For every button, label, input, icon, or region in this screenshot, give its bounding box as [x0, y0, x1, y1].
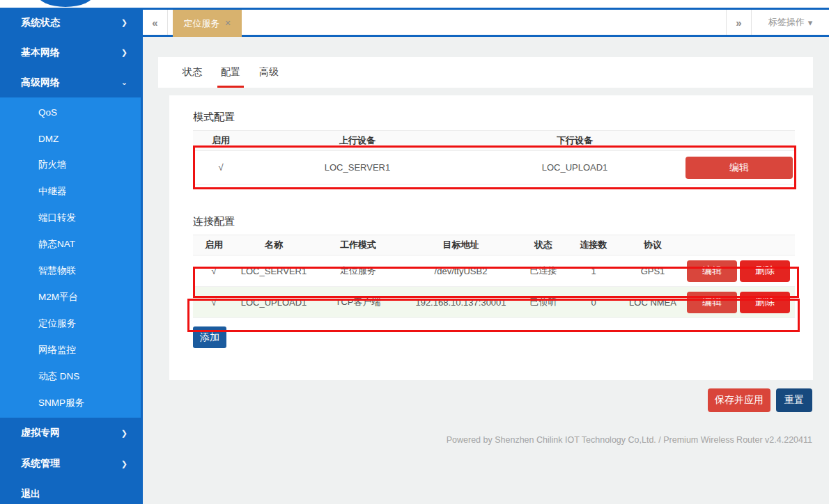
sidebar-item-m2m-platform[interactable]: M2M平台: [0, 284, 141, 310]
tab-status[interactable]: 状态: [183, 57, 202, 88]
tab-label: 配置: [221, 66, 240, 79]
col-count: 连接数: [568, 239, 619, 251]
add-button[interactable]: 添加: [193, 326, 226, 348]
mode-value: 定位服务: [313, 265, 403, 277]
edit-button[interactable]: 编辑: [687, 292, 737, 313]
sidebar-item-label: 虚拟专网: [21, 427, 121, 439]
tab-location-service[interactable]: 定位服务 ✕: [173, 10, 242, 37]
sidebar-item-port-forwarding[interactable]: 端口转发: [0, 205, 141, 231]
count-value: 0: [568, 297, 619, 308]
tab-label: 定位服务: [183, 17, 219, 30]
save-apply-button[interactable]: 保存并应用: [708, 388, 770, 412]
col-enabled: 启用: [193, 239, 235, 251]
proto-value: LOC NMEA: [619, 297, 687, 308]
sidebar-item-system-status[interactable]: 系统状态 ❯: [0, 8, 143, 38]
col-enabled: 启用: [193, 134, 249, 147]
upstream-value: LOC_SERVER1: [249, 162, 466, 173]
table-row: √ LOC_SERVER1 LOC_UPLOAD1 编辑: [193, 151, 795, 184]
addr-value: /dev/ttyUSB2: [403, 266, 518, 276]
sidebar-item-label: 高级网络: [21, 77, 121, 89]
double-chevron-right-icon: »: [736, 17, 741, 29]
active-tab-underline: [217, 86, 244, 88]
sidebar-bottom-group: 虚拟专网 ❯ 系统管理 ❯ 退出: [0, 418, 143, 504]
sidebar-item-network-monitor[interactable]: 网络监控: [0, 337, 141, 363]
sidebar-item-dmz[interactable]: DMZ: [0, 125, 141, 152]
mode-value: TCP客户端: [313, 296, 403, 308]
delete-button[interactable]: 删除: [740, 292, 790, 313]
main-panel: 模式配置 启用 上行设备 下行设备 √ LOC_SERVER1 LOC_UPLO…: [169, 95, 813, 380]
enabled-checkmark: √: [193, 297, 235, 308]
sidebar-item-firewall[interactable]: 防火墙: [0, 152, 141, 178]
sidebar-item-vpn[interactable]: 虚拟专网 ❯: [0, 418, 143, 448]
sidebar-item-repeater[interactable]: 中继器: [0, 178, 141, 205]
table-header-row: 启用 名称 工作模式 目标地址 状态 连接数 协议: [193, 235, 795, 255]
sidebar-item-label: 系统管理: [21, 457, 121, 470]
sidebar-item-logout[interactable]: 退出: [0, 479, 143, 504]
top-strip: [0, 0, 829, 8]
table-header-row: 启用 上行设备 下行设备: [193, 130, 795, 151]
tab-spacer: [242, 10, 726, 35]
close-icon[interactable]: ✕: [224, 19, 231, 28]
conn-config-title: 连接配置: [193, 215, 813, 228]
sidebar-item-static-nat[interactable]: 静态NAT: [0, 231, 141, 258]
col-downstream: 下行设备: [466, 134, 683, 147]
scroll-tabs-right-button[interactable]: »: [726, 10, 751, 35]
sidebar-item-dynamic-dns[interactable]: 动态 DNS: [0, 363, 141, 390]
count-value: 1: [568, 266, 619, 276]
name-value: LOC_SERVER1: [235, 266, 313, 276]
sidebar-item-smart-iot[interactable]: 智慧物联: [0, 258, 141, 284]
footer-text: Powered by Shenzhen Chilink IOT Technolo…: [143, 435, 812, 445]
chevron-right-icon: ❯: [121, 459, 127, 468]
table-row: √ LOC_UPLOAD1 TCP客户端 192.168.10.137:3000…: [193, 287, 795, 318]
col-mode: 工作模式: [313, 239, 403, 251]
proto-value: GPS1: [619, 266, 687, 276]
tab-config[interactable]: 配置: [221, 57, 240, 88]
edit-button[interactable]: 编辑: [685, 157, 793, 179]
status-value: 已连接: [518, 265, 568, 277]
sidebar-item-label: 退出: [21, 488, 127, 501]
table-row: √ LOC_SERVER1 定位服务 /dev/ttyUSB2 已连接 1 GP…: [193, 255, 795, 287]
col-upstream: 上行设备: [249, 134, 466, 147]
page-tabs: 状态 配置 高级: [158, 57, 813, 88]
sidebar-item-label: 系统状态: [21, 17, 121, 29]
chevron-down-icon: ⌄: [121, 78, 127, 87]
tab-bar: « 定位服务 ✕ » 标签操作 ▾: [143, 8, 829, 37]
sidebar-item-snmp-service[interactable]: SNMP服务: [0, 390, 141, 416]
scroll-tabs-left-button[interactable]: «: [143, 10, 168, 35]
downstream-value: LOC_UPLOAD1: [466, 162, 683, 173]
col-status: 状态: [518, 239, 568, 251]
mode-config-table: 启用 上行设备 下行设备 √ LOC_SERVER1 LOC_UPLOAD1 编…: [193, 130, 795, 184]
tab-advanced[interactable]: 高级: [259, 57, 279, 88]
sidebar-item-location-service[interactable]: 定位服务: [0, 310, 141, 337]
col-name: 名称: [235, 239, 313, 251]
sidebar-item-label: 基本网络: [21, 47, 121, 59]
chevron-right-icon: ❯: [121, 18, 127, 27]
name-value: LOC_UPLOAD1: [235, 297, 313, 308]
sidebar-item-qos[interactable]: QoS: [0, 99, 141, 125]
logo-icon: [37, 0, 94, 7]
col-proto: 协议: [619, 239, 687, 251]
sidebar-item-advanced-network[interactable]: 高级网络 ⌄: [0, 68, 143, 97]
edit-button[interactable]: 编辑: [687, 260, 737, 282]
status-value: 已侦听: [518, 296, 568, 308]
enabled-checkmark: √: [193, 266, 235, 276]
mode-config-title: 模式配置: [193, 111, 813, 124]
tab-operations-label: 标签操作: [768, 16, 805, 29]
enabled-checkmark: √: [193, 162, 249, 173]
sidebar-item-basic-network[interactable]: 基本网络 ❯: [0, 38, 143, 68]
reset-button[interactable]: 重置: [776, 388, 812, 412]
tab-operations-dropdown[interactable]: 标签操作 ▾: [751, 10, 829, 35]
addr-value: 192.168.10.137:30001: [403, 297, 518, 308]
col-addr: 目标地址: [403, 239, 518, 251]
conn-config-table: 启用 名称 工作模式 目标地址 状态 连接数 协议 √ LOC_SERVER1 …: [193, 235, 795, 318]
chevron-right-icon: ❯: [121, 429, 127, 438]
delete-button[interactable]: 删除: [740, 260, 790, 282]
sidebar-submenu: QoS DMZ 防火墙 中继器 端口转发 静态NAT 智慧物联 M2M平台 定位…: [0, 97, 141, 418]
sidebar-item-system-management[interactable]: 系统管理 ❯: [0, 448, 143, 479]
sidebar: 系统状态 ❯ 基本网络 ❯ 高级网络 ⌄ QoS DMZ 防火墙 中继器 端口转…: [0, 8, 143, 504]
caret-down-icon: ▾: [808, 17, 813, 28]
double-chevron-left-icon: «: [152, 17, 157, 29]
chevron-right-icon: ❯: [121, 48, 127, 57]
